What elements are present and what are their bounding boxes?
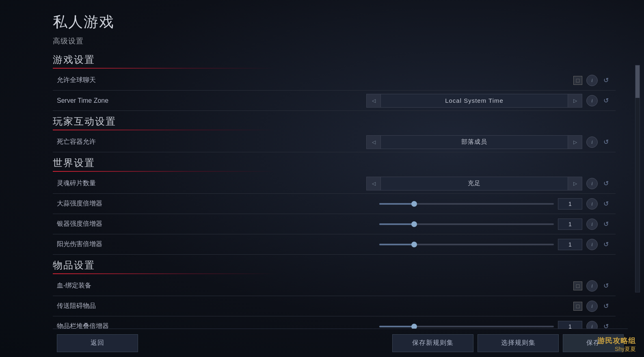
slider-track-sunlight	[379, 244, 554, 245]
slider-item-stack	[158, 321, 582, 329]
return-button[interactable]: 返回	[57, 334, 138, 352]
section-player-interaction-divider	[53, 130, 276, 130]
control-item-stack: i ↺	[158, 321, 612, 329]
section-world-settings-divider	[53, 171, 276, 172]
info-garlic-strength[interactable]: i	[586, 198, 598, 210]
value-server-time: Local System Time	[381, 94, 568, 108]
reset-silver-strength[interactable]: ↺	[600, 219, 612, 230]
reset-soul-shards[interactable]: ↺	[600, 178, 612, 189]
label-garlic-strength: 大蒜强度倍增器	[57, 199, 158, 208]
control-death-container: ◁ 部落成员 ▷ i ↺	[158, 135, 612, 149]
input-silver-strength[interactable]	[558, 219, 582, 230]
arrow-left-server-time[interactable]: ◁	[366, 94, 381, 108]
input-sunlight-damage[interactable]	[558, 239, 582, 250]
checkbox-blood-bound[interactable]: □	[573, 281, 582, 290]
reset-blood-bound[interactable]: ↺	[600, 280, 612, 292]
label-item-stack: 物品栏堆叠倍增器	[57, 322, 158, 329]
scrollbar-thumb[interactable]	[635, 65, 640, 98]
arrow-left-soul-shards[interactable]: ◁	[366, 177, 381, 190]
watermark: 游民攻略组 Shy夏夏	[597, 336, 636, 353]
info-teleport-blocked[interactable]: i	[586, 301, 598, 312]
slider-track-item-stack	[379, 326, 554, 327]
choose-ruleset-button[interactable]: 选择规则集	[478, 334, 559, 352]
reset-item-stack[interactable]: ↺	[600, 321, 612, 329]
control-teleport-blocked: □ i ↺	[158, 301, 612, 312]
main-container: 私人游戏 高级设置 游戏设置 允许全球聊天 □ i ↺ Server Time …	[0, 0, 644, 357]
control-allow-global-chat: □ i ↺	[158, 75, 612, 86]
row-death-container: 死亡容器允许 ◁ 部落成员 ▷ i ↺	[53, 132, 616, 152]
label-silver-strength: 银器强度倍增器	[57, 220, 158, 228]
reset-garlic-strength[interactable]: ↺	[600, 198, 612, 210]
section-world-settings-title: 世界设置	[53, 156, 616, 171]
select-soul-shards: ◁ 充足 ▷	[366, 177, 582, 190]
info-death-container[interactable]: i	[586, 136, 598, 148]
reset-sunlight-damage[interactable]: ↺	[600, 239, 612, 250]
track-item-stack[interactable]	[379, 326, 554, 327]
info-item-stack[interactable]: i	[586, 321, 598, 329]
save-ruleset-button[interactable]: 保存新规则集	[392, 334, 473, 352]
row-blood-bound: 血-绑定装备 □ i ↺	[53, 276, 616, 296]
select-death-container: ◁ 部落成员 ▷	[366, 135, 582, 149]
section-game-settings: 游戏设置	[53, 53, 616, 69]
checkbox-allow-global-chat[interactable]: □	[573, 76, 582, 85]
reset-allow-global-chat[interactable]: ↺	[600, 75, 612, 86]
label-blood-bound: 血-绑定装备	[57, 281, 158, 290]
input-item-stack[interactable]	[558, 321, 582, 329]
reset-server-time-zone[interactable]: ↺	[600, 95, 612, 106]
slider-track-garlic	[379, 203, 554, 205]
control-silver-strength: i ↺	[158, 219, 612, 230]
section-game-settings-title: 游戏设置	[53, 53, 616, 68]
row-teleport-blocked: 传送阻碍物品 □ i ↺	[53, 296, 616, 316]
track-silver[interactable]	[379, 223, 554, 225]
label-server-time-zone: Server Time Zone	[57, 97, 158, 104]
thumb-garlic[interactable]	[411, 201, 417, 207]
info-silver-strength[interactable]: i	[586, 219, 598, 230]
select-server-time-zone: ◁ Local System Time ▷	[366, 94, 582, 108]
slider-track-silver	[379, 223, 554, 225]
info-sunlight-damage[interactable]: i	[586, 239, 598, 250]
arrow-right-server-time[interactable]: ▷	[568, 94, 582, 108]
control-blood-bound: □ i ↺	[158, 280, 612, 292]
slider-silver-strength	[158, 219, 582, 230]
control-garlic-strength: i ↺	[158, 198, 612, 210]
row-server-time-zone: Server Time Zone ◁ Local System Time ▷ i…	[53, 91, 616, 111]
input-garlic-strength[interactable]	[558, 198, 582, 210]
sub-title: 高级设置	[53, 36, 628, 46]
control-server-time-zone: ◁ Local System Time ▷ i ↺	[158, 94, 612, 108]
label-teleport-blocked: 传送阻碍物品	[57, 302, 158, 310]
fill-garlic	[379, 203, 414, 205]
section-game-settings-divider	[53, 68, 276, 69]
fill-silver	[379, 223, 414, 225]
arrow-right-death-container[interactable]: ▷	[568, 135, 582, 149]
fill-item-stack	[379, 326, 414, 327]
info-blood-bound[interactable]: i	[586, 280, 598, 292]
thumb-silver[interactable]	[411, 221, 417, 227]
info-allow-global-chat[interactable]: i	[586, 75, 598, 86]
info-server-time-zone[interactable]: i	[586, 95, 598, 106]
thumb-sunlight[interactable]	[411, 242, 417, 247]
thumb-item-stack[interactable]	[411, 324, 417, 329]
row-allow-global-chat: 允许全球聊天 □ i ↺	[53, 70, 616, 91]
label-sunlight-damage: 阳光伤害倍增器	[57, 240, 158, 249]
label-soul-shards: 灵魂碎片数量	[57, 179, 158, 188]
page-title: 私人游戏	[53, 12, 628, 32]
arrow-left-death-container[interactable]: ◁	[366, 135, 381, 149]
slider-garlic-strength	[158, 198, 582, 210]
checkbox-teleport-blocked[interactable]: □	[573, 302, 582, 311]
info-soul-shards[interactable]: i	[586, 178, 598, 189]
watermark-sub: Shy夏夏	[597, 346, 636, 353]
label-death-container: 死亡容器允许	[57, 138, 158, 146]
control-soul-shards: ◁ 充足 ▷ i ↺	[158, 177, 612, 190]
settings-scroll[interactable]: 游戏设置 允许全球聊天 □ i ↺ Server Time Zone ◁ Loc…	[53, 49, 628, 329]
watermark-logo: 游民攻略组	[597, 336, 636, 346]
section-player-interaction: 玩家互动设置	[53, 115, 616, 130]
reset-teleport-blocked[interactable]: ↺	[600, 301, 612, 312]
scrollbar-track[interactable]	[635, 65, 640, 292]
arrow-right-soul-shards[interactable]: ▷	[568, 177, 582, 190]
track-garlic[interactable]	[379, 203, 554, 205]
reset-death-container[interactable]: ↺	[600, 136, 612, 148]
row-item-stack: 物品栏堆叠倍增器 i ↺	[53, 316, 616, 329]
row-silver-strength: 银器强度倍增器 i ↺	[53, 214, 616, 234]
value-death-container: 部落成员	[381, 135, 568, 149]
track-sunlight[interactable]	[379, 244, 554, 245]
